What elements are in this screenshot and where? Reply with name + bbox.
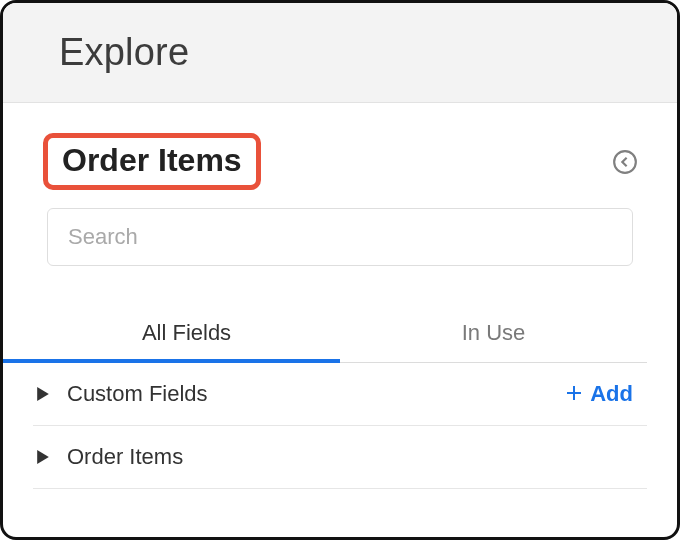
tab-label: In Use bbox=[462, 320, 526, 345]
search-input[interactable] bbox=[47, 208, 633, 266]
section-header-left: Order Items bbox=[33, 444, 183, 470]
section-order-items[interactable]: Order Items bbox=[33, 426, 647, 489]
svg-marker-4 bbox=[37, 450, 49, 464]
svg-point-0 bbox=[614, 151, 636, 173]
content-area: Order Items All Fields In Use bbox=[3, 103, 677, 537]
section-label: Order Items bbox=[67, 444, 183, 470]
tab-all-fields[interactable]: All Fields bbox=[33, 306, 340, 362]
title-row: Order Items bbox=[33, 133, 647, 190]
explore-title-highlight: Order Items bbox=[43, 133, 261, 190]
caret-right-icon bbox=[37, 450, 49, 464]
collapse-panel-button[interactable] bbox=[611, 148, 639, 176]
section-header-left: Custom Fields bbox=[33, 381, 208, 407]
tabs: All Fields In Use bbox=[33, 306, 647, 363]
search-row bbox=[47, 208, 633, 266]
tab-in-use[interactable]: In Use bbox=[340, 306, 647, 362]
caret-right-icon bbox=[37, 387, 49, 401]
explore-panel: Explore Order Items All Fields In Use bbox=[0, 0, 680, 540]
explore-title: Order Items bbox=[62, 142, 242, 179]
add-custom-field-button[interactable]: Add bbox=[566, 381, 637, 407]
add-label: Add bbox=[590, 381, 633, 407]
plus-icon bbox=[566, 381, 582, 407]
header: Explore bbox=[3, 3, 677, 103]
svg-marker-1 bbox=[37, 387, 49, 401]
chevron-left-circle-icon bbox=[612, 149, 638, 175]
header-title: Explore bbox=[59, 31, 641, 74]
section-label: Custom Fields bbox=[67, 381, 208, 407]
section-custom-fields[interactable]: Custom Fields Add bbox=[33, 363, 647, 426]
tab-label: All Fields bbox=[142, 320, 231, 345]
section-list: Custom Fields Add Order Items bbox=[33, 363, 647, 489]
